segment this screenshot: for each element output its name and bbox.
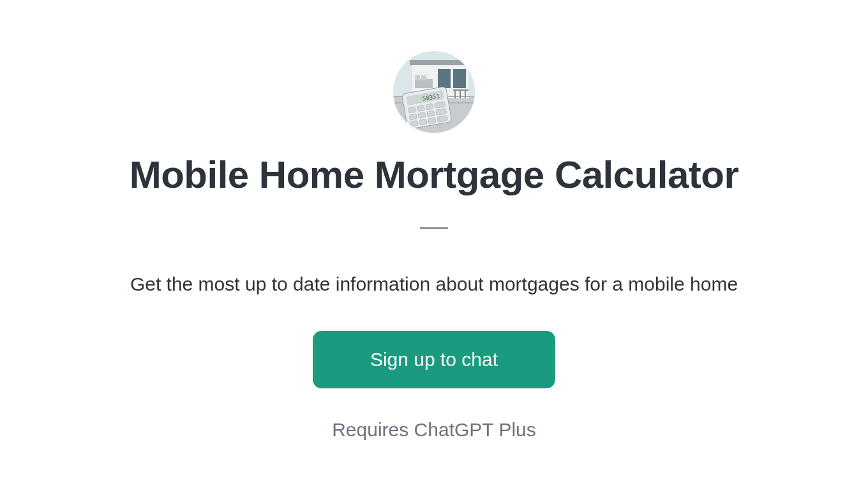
svg-rect-24 bbox=[418, 112, 426, 119]
svg-rect-29 bbox=[428, 118, 436, 124]
svg-rect-14 bbox=[465, 89, 466, 98]
svg-rect-6 bbox=[453, 69, 466, 88]
divider bbox=[420, 227, 448, 229]
svg-rect-7 bbox=[415, 79, 433, 88]
signup-button[interactable]: Sign up to chat bbox=[313, 331, 555, 388]
svg-rect-19 bbox=[408, 107, 415, 113]
svg-rect-25 bbox=[427, 111, 435, 117]
svg-rect-9 bbox=[421, 75, 426, 80]
svg-rect-27 bbox=[410, 121, 418, 127]
svg-rect-15 bbox=[453, 89, 468, 91]
requirement-text: Requires ChatGPT Plus bbox=[332, 419, 536, 441]
svg-rect-12 bbox=[454, 89, 456, 98]
gpt-avatar: 58351 bbox=[393, 51, 475, 133]
page-subtitle: Get the most up to date information abou… bbox=[130, 273, 738, 295]
svg-rect-13 bbox=[460, 89, 461, 98]
svg-rect-23 bbox=[409, 114, 417, 120]
svg-rect-4 bbox=[410, 60, 471, 65]
calculator-house-icon: 58351 bbox=[393, 51, 475, 133]
svg-rect-8 bbox=[415, 75, 420, 80]
svg-rect-20 bbox=[417, 105, 424, 112]
svg-rect-28 bbox=[419, 119, 427, 125]
page-title: Mobile Home Mortgage Calculator bbox=[130, 152, 739, 198]
svg-rect-5 bbox=[438, 69, 451, 88]
svg-rect-21 bbox=[426, 103, 433, 110]
